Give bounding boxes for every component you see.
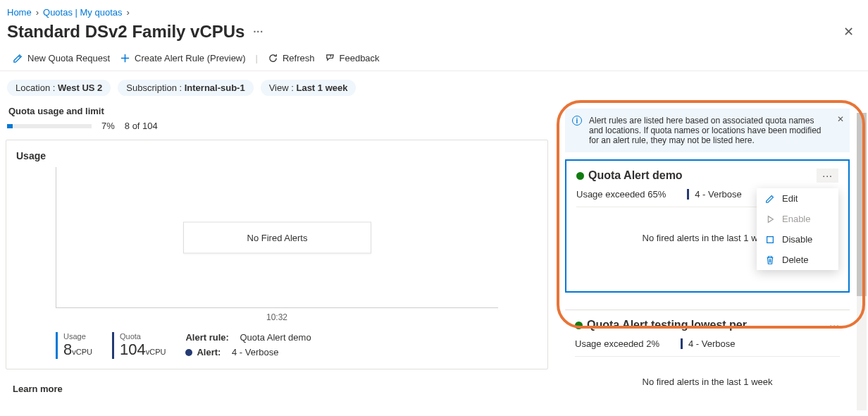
menu-disable[interactable]: Disable <box>757 229 838 250</box>
breadcrumb-home[interactable]: Home <box>7 7 32 18</box>
alert-rules-info-banner: i Alert rules are listed here based on a… <box>565 109 850 152</box>
plus-icon <box>120 53 130 63</box>
alert-rule-legend: Alert rule: Quota Alert demo Alert: 4 - … <box>185 332 311 362</box>
status-dot-icon <box>575 322 583 329</box>
alert-card-title: Quota Alert testing lowest per… <box>575 319 758 331</box>
trash-icon <box>765 255 775 265</box>
new-quota-request-button[interactable]: New Quota Request <box>13 53 110 63</box>
quota-progress-bar <box>7 124 92 128</box>
info-icon: i <box>572 116 582 126</box>
feedback-icon <box>325 53 335 63</box>
breadcrumb-sep-icon: › <box>127 7 130 18</box>
breadcrumb-sep-icon: › <box>36 7 39 18</box>
scrollbar-thumb[interactable] <box>857 113 867 296</box>
filter-location[interactable]: Location : West US 2 <box>7 80 111 96</box>
quota-percent: 7% <box>101 121 115 131</box>
menu-delete[interactable]: Delete <box>757 250 838 270</box>
context-menu: Edit Enable Disable Delete <box>757 188 838 270</box>
filter-subscription[interactable]: Subscription : Internal-sub-1 <box>118 80 253 96</box>
alert-card-meta: Usage exceeded 2% 4 - Verbose <box>575 331 840 357</box>
usage-chart: No Fired Alerts <box>56 167 498 308</box>
kpi-quota: Quota 104vCPU <box>112 332 166 359</box>
kpi-usage: Usage 8vCPU <box>56 332 92 359</box>
alert-card-menu-button[interactable]: ··· <box>829 319 840 331</box>
menu-edit[interactable]: Edit <box>757 188 838 209</box>
banner-dismiss-button[interactable]: ✕ <box>837 114 844 124</box>
legend-dot-icon <box>185 349 192 356</box>
filter-view[interactable]: View : Last 1 week <box>261 80 356 96</box>
svg-rect-0 <box>767 236 774 243</box>
refresh-icon <box>268 53 278 63</box>
usage-card-title: Usage <box>16 150 538 161</box>
alert-card-title: Quota Alert demo <box>576 169 683 182</box>
title-more-icon[interactable]: ··· <box>253 26 264 37</box>
alert-card-empty: No fired alerts in the last 1 week <box>575 357 840 390</box>
edit-icon <box>13 53 23 63</box>
edit-icon <box>765 194 775 204</box>
breadcrumb-quotas[interactable]: Quotas | My quotas <box>43 7 123 18</box>
alert-card-menu-button[interactable]: ··· <box>817 169 838 183</box>
quota-usage-heading: Quota usage and limit <box>6 106 548 121</box>
refresh-button[interactable]: Refresh <box>268 53 315 63</box>
page-title: Standard DSv2 Family vCPUs ··· <box>7 22 264 42</box>
close-button[interactable]: ✕ <box>836 24 861 39</box>
toolbar: New Quota Request Create Alert Rule (Pre… <box>0 49 868 71</box>
x-axis-label: 10:32 <box>16 312 538 322</box>
toolbar-separator: | <box>256 53 258 63</box>
create-alert-rule-button[interactable]: Create Alert Rule (Preview) <box>120 53 246 63</box>
alert-card-demo[interactable]: Quota Alert demo ··· Edit Enable <box>565 159 850 293</box>
play-icon <box>765 214 775 224</box>
scrollbar[interactable] <box>857 113 867 410</box>
learn-more-heading: Learn more <box>6 369 548 394</box>
feedback-button[interactable]: Feedback <box>325 53 380 63</box>
no-fired-alerts-banner: No Fired Alerts <box>183 221 372 253</box>
breadcrumb: Home › Quotas | My quotas › <box>0 0 868 20</box>
filter-bar: Location : West US 2 Subscription : Inte… <box>0 71 868 96</box>
status-dot-icon <box>576 172 584 180</box>
menu-enable: Enable <box>757 209 838 229</box>
stop-icon <box>765 235 775 245</box>
alert-card-testing[interactable]: Quota Alert testing lowest per… ··· Usag… <box>565 310 850 396</box>
quota-count: 8 of 104 <box>125 121 158 131</box>
usage-card: Usage No Fired Alerts 10:32 Usage 8vCPU … <box>6 140 548 369</box>
